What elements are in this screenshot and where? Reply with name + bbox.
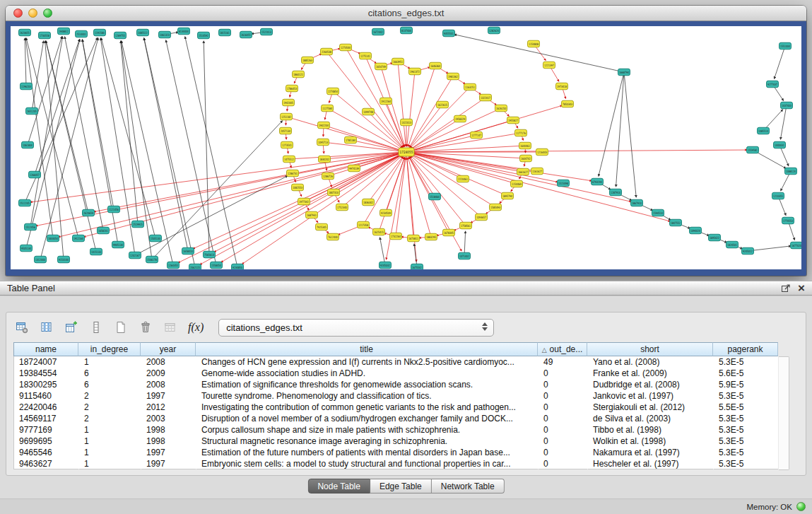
tab-node-table[interactable]: Node Table [307,479,370,493]
graph-node-label: 1585493 [490,206,500,209]
graph-edge[interactable] [25,38,26,86]
graph-edge[interactable] [408,66,435,146]
graph-edge[interactable] [411,155,495,207]
graph-edge[interactable] [464,231,466,256]
tab-network-table[interactable]: Network Table [432,479,505,493]
window-titlebar[interactable]: citations_edges.txt [6,6,806,21]
graph-node-label: 2616055 [241,33,251,37]
graph-edge[interactable] [386,152,406,259]
graph-edge[interactable] [30,152,406,202]
table-cell: 2012 [141,402,196,413]
graph-edge[interactable] [407,71,415,146]
table-cell: 2009 [141,368,196,379]
row-tools-icon[interactable] [86,318,106,337]
create-column-icon[interactable] [61,318,81,337]
table-row[interactable]: 1938455462009Genome-wide association stu… [13,368,778,379]
table-cell: Franke et al. (2009) [587,368,713,379]
table-row[interactable]: 2242004622012Investigating the contribut… [13,402,778,413]
table-row[interactable]: 977716911998Corpus callosum shape and si… [13,424,778,436]
graph-edge[interactable] [214,152,406,252]
zoom-window-button[interactable] [43,8,52,18]
graph-edge[interactable] [40,38,98,259]
table-cell: 9777169 [13,424,78,436]
column-header-title[interactable]: title [196,342,538,356]
table-cell: 0 [538,413,587,424]
table-cell: 2 [78,413,141,424]
graph-edge[interactable] [152,121,283,259]
table-row[interactable]: 946554611997Estimation of the future num… [13,447,778,458]
table-select-dropdown[interactable]: citations_edges.txt [218,319,494,337]
table-row[interactable]: 1830029562008Estimation of significance … [13,379,778,390]
function-builder-button[interactable]: f(x) [185,321,206,334]
graph-node-label: 1512456 [25,226,35,229]
column-header-pagerank[interactable]: pagerank [713,342,778,356]
graph-edge[interactable] [454,35,624,72]
column-header-in_degree[interactable]: in_degree [78,342,141,356]
table-cell: 1 [78,458,141,469]
graph-edge[interactable] [178,152,406,263]
graph-node-label: 1559581 [748,148,758,152]
graph-edge[interactable] [410,105,442,148]
show-columns-icon[interactable] [37,318,57,337]
graph-edge[interactable] [381,66,405,146]
table-cell: Disruption of a novel member of a sodium… [196,413,538,424]
minimize-window-button[interactable] [28,8,37,18]
graph-node-label: 1287914 [611,191,620,194]
graph-edge[interactable] [122,41,173,265]
graph-edge[interactable] [775,46,785,78]
graph-edge[interactable] [121,41,138,224]
graph-node-label: 1663951 [393,60,403,64]
graph-edge[interactable] [82,40,114,209]
graph-edge[interactable] [351,140,401,151]
table-cell: Stergiakouli et al. (2012) [587,402,713,413]
graph-edge[interactable] [200,152,406,264]
graph-edge[interactable] [408,158,431,237]
graph-node-label: 1217358 [358,223,368,227]
graph-edge[interactable] [748,246,791,251]
graph-edge[interactable] [406,152,558,182]
close-panel-icon[interactable]: × [798,282,805,294]
column-header-short[interactable]: short [587,342,713,356]
table-cell: Tibbo et al. (1998) [587,424,713,436]
graph-edge[interactable] [406,105,562,152]
graph-node-label: 1015133 [91,250,101,254]
import-table-icon[interactable] [160,318,180,337]
table-cell: 19384554 [13,368,78,379]
table-cell: Structural magnetic resonance image aver… [196,436,538,447]
table-row[interactable]: 1456911722003Disruption of a novel membe… [13,413,778,424]
graph-node-label: 1594514 [653,211,663,215]
network-graph[interactable]: 1724055188526318601211786453194200512511… [11,26,801,269]
close-window-button[interactable] [13,8,23,18]
graph-edge[interactable] [185,37,237,267]
attribute-table[interactable]: namein_degreeyeartitle△out_de...shortpag… [13,342,778,469]
graph-edge[interactable] [221,152,406,262]
graph-edge[interactable] [380,238,385,265]
table-row[interactable]: 946362711997Embryonic stem cells: a mode… [13,458,778,469]
graph-edge[interactable] [386,158,404,213]
table-row[interactable]: 969969511998Structural magnetic resonanc… [13,436,778,447]
graph-edge[interactable] [780,105,787,139]
tab-edge-table[interactable]: Edge Table [370,479,432,493]
graph-edge[interactable] [624,72,636,197]
graph-node-label: 1286731 [288,172,298,175]
new-table-icon[interactable] [111,318,131,337]
float-panel-icon[interactable] [781,284,791,293]
graph-edge[interactable] [406,150,747,152]
table-cell: 22420046 [13,402,78,413]
table-mode-icon[interactable] [12,318,32,337]
column-header-out_de[interactable]: △out_de... [538,342,587,356]
table-row[interactable]: 911546021997Tourette syndrome. Phenomeno… [13,390,778,402]
table-scrollbar[interactable] [779,356,789,470]
graph-edge[interactable] [411,108,501,150]
delete-table-icon[interactable] [136,318,155,337]
table-row[interactable]: 1872400712008Changes of HCN gene express… [13,356,778,368]
sort-indicator: △ [542,346,547,354]
graph-edge[interactable] [144,38,195,267]
column-header-year[interactable]: year [141,342,196,356]
column-header-name[interactable]: name [13,342,78,356]
network-canvas[interactable]: 1724055188526318601211786453194200512511… [11,26,801,269]
graph-node-label: 9153144 [59,258,69,262]
graph-node-label: 1177176 [516,132,526,135]
table-cell: Changes of HCN gene expression and I(f) … [196,356,538,368]
graph-node-label: 7612440 [328,235,338,239]
